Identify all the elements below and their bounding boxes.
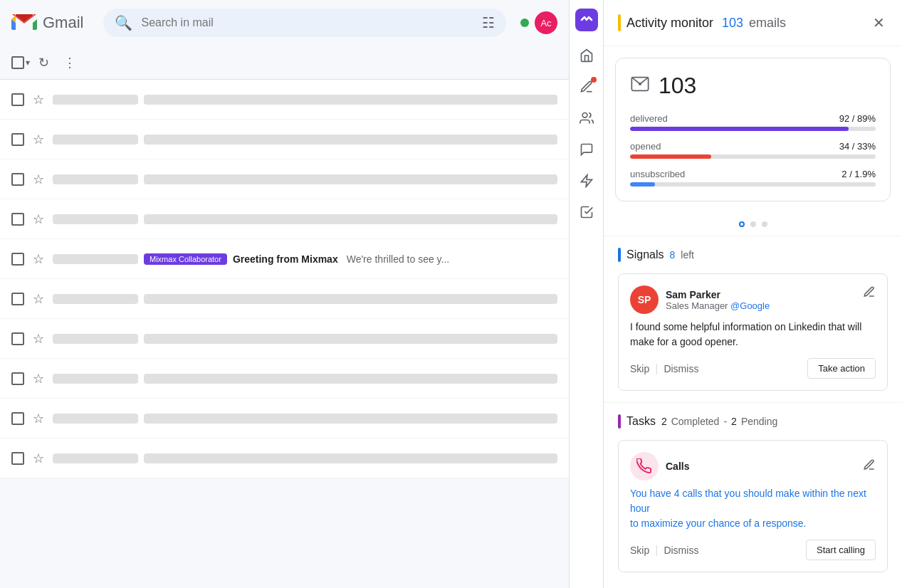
table-row[interactable]: ☆ [0, 120, 569, 159]
star-icon[interactable]: ☆ [33, 251, 44, 267]
signals-section: Signals 8 left SP Sam Parker Sales Manag… [604, 236, 902, 402]
stats-big-number: 103 [659, 73, 696, 99]
task-icon-title: Calls [630, 452, 689, 481]
email-subject: Greeting from Mixmax [233, 253, 338, 265]
table-row[interactable]: ☆ [0, 439, 569, 478]
more-options-button[interactable]: ⋮ [58, 49, 82, 76]
activity-panel: Activity monitor 103 emails ✕ 103 delive… [603, 0, 902, 588]
email-checkbox[interactable] [11, 133, 24, 146]
person-avatar: SP [630, 285, 659, 314]
notification-badge [591, 77, 597, 83]
star-icon[interactable]: ☆ [33, 451, 44, 466]
activity-title: Activity monitor [626, 16, 713, 31]
tasks-completed-label: Completed [671, 416, 720, 427]
signal-message: I found some helpful information on Link… [630, 320, 876, 350]
task-edit-icon[interactable] [863, 458, 876, 474]
opened-progress-bar [630, 154, 876, 159]
select-all-area[interactable]: ▾ [11, 56, 30, 69]
email-checkbox[interactable] [11, 412, 24, 425]
calls-icon [630, 452, 659, 481]
star-icon[interactable]: ☆ [33, 291, 44, 307]
signals-header: Signals 8 left [618, 248, 888, 262]
sidebar-icon-people[interactable] [574, 105, 599, 131]
email-list: ☆ ☆ ☆ ☆ ☆ Mixmax Co [0, 80, 569, 588]
edit-icon[interactable] [863, 285, 876, 301]
select-dropdown-arrow[interactable]: ▾ [26, 58, 30, 68]
sidebar-icon-compose[interactable] [574, 74, 599, 100]
star-icon[interactable]: ☆ [33, 211, 44, 227]
pagination-dot-3[interactable] [762, 221, 767, 227]
close-button[interactable]: ✕ [870, 11, 888, 34]
star-icon[interactable]: ☆ [33, 331, 44, 347]
email-checkbox[interactable] [11, 332, 24, 345]
purple-accent-bar [618, 414, 621, 429]
sidebar-icon-bolt[interactable] [574, 168, 599, 194]
email-checkbox[interactable] [11, 452, 24, 465]
sidebar-icon-chat[interactable] [574, 137, 599, 162]
tasks-meta: 2 Completed - 2 Pending [661, 416, 777, 427]
email-content-placeholder [144, 453, 557, 463]
table-row[interactable]: ☆ Mixmax Collaborator Greeting from Mixm… [0, 239, 569, 279]
take-action-button[interactable]: Take action [807, 358, 876, 379]
divider: | [655, 362, 658, 375]
refresh-button[interactable]: ↻ [33, 49, 55, 76]
email-checkbox[interactable] [11, 173, 24, 186]
table-row[interactable]: ☆ [0, 399, 569, 439]
start-calling-button[interactable]: Start calling [806, 540, 876, 560]
select-all-checkbox[interactable] [11, 56, 24, 69]
task-actions: Skip | Dismiss Start calling [630, 540, 876, 560]
email-content-placeholder [144, 414, 557, 424]
unsubscribed-progress-fill [630, 182, 655, 187]
sender-placeholder [53, 135, 138, 145]
unsubscribed-label: unsubscribed [630, 169, 685, 179]
task-dismiss-button[interactable]: Dismiss [664, 545, 698, 556]
email-content-placeholder [144, 95, 557, 105]
tasks-header: Tasks 2 Completed - 2 Pending [618, 414, 888, 429]
tasks-section: Tasks 2 Completed - 2 Pending Call [604, 402, 902, 584]
star-icon[interactable]: ☆ [33, 92, 44, 107]
search-filter-icon[interactable]: ☷ [482, 14, 495, 31]
sidebar-icon-check[interactable] [574, 199, 599, 225]
search-icon: 🔍 [115, 14, 132, 31]
email-checkbox[interactable] [11, 372, 24, 385]
star-icon[interactable]: ☆ [33, 132, 44, 147]
email-checkbox[interactable] [11, 253, 24, 266]
task-card: Calls You have 4 calls that you should m… [618, 440, 888, 572]
person-name: Sam Parker [666, 289, 770, 300]
email-checkbox[interactable] [11, 293, 24, 305]
pagination-dot-1[interactable] [739, 221, 745, 227]
gmail-logo-icon [11, 10, 37, 36]
email-checkbox[interactable] [11, 213, 24, 226]
dismiss-button[interactable]: Dismiss [664, 363, 698, 374]
search-bar[interactable]: 🔍 ☷ [103, 9, 506, 37]
table-row[interactable]: ☆ [0, 199, 569, 239]
email-checkbox[interactable] [11, 93, 24, 106]
star-icon[interactable]: ☆ [33, 172, 44, 187]
sender-placeholder [53, 95, 138, 105]
unsubscribed-progress-bar [630, 182, 876, 187]
stats-number-row: 103 [630, 73, 876, 99]
table-row[interactable]: ☆ [0, 279, 569, 319]
table-row[interactable]: ☆ [0, 80, 569, 120]
search-input[interactable] [141, 16, 473, 29]
skip-button[interactable]: Skip [630, 363, 649, 374]
star-icon[interactable]: ☆ [33, 411, 44, 426]
signal-card: SP Sam Parker Sales Manager @Google I fo… [618, 273, 888, 391]
star-icon[interactable]: ☆ [33, 371, 44, 387]
mixmax-logo[interactable] [575, 9, 598, 31]
delivered-label: delivered [630, 113, 668, 124]
table-row[interactable]: ☆ [0, 359, 569, 399]
pagination [604, 213, 902, 236]
sidebar-icon-home[interactable] [574, 43, 599, 68]
table-row[interactable]: ☆ [0, 159, 569, 199]
sender-placeholder [53, 254, 138, 264]
table-row[interactable]: ☆ [0, 319, 569, 359]
blue-accent-bar [618, 248, 621, 262]
pagination-dot-2[interactable] [750, 221, 756, 227]
task-title: Calls [666, 461, 689, 472]
email-content-placeholder [144, 374, 557, 384]
toolbar: ▾ ↻ ⋮ [0, 46, 569, 80]
avatar[interactable]: Ac [535, 11, 557, 34]
task-action-links: Skip | Dismiss [630, 544, 698, 557]
task-skip-button[interactable]: Skip [630, 545, 649, 556]
